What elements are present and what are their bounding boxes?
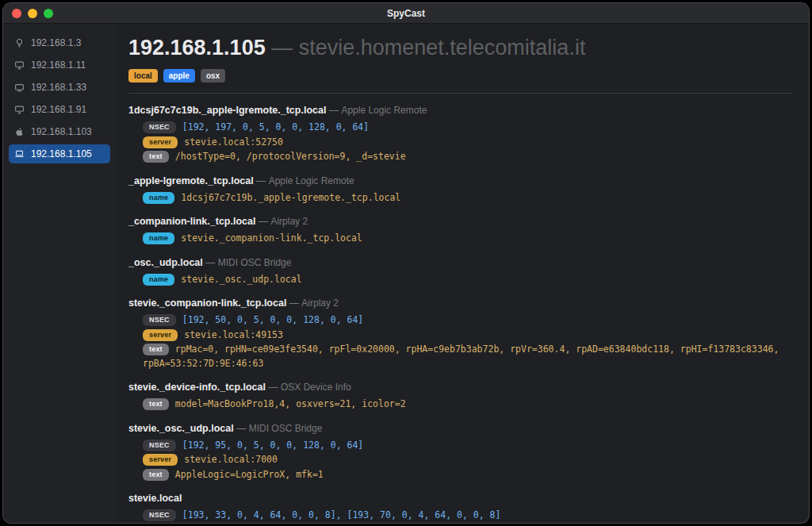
record-row: textrpMac=0, rpHN=ce09e3fe3540, rpFl=0x2… xyxy=(128,343,793,371)
service-name: stevie._device-info._tcp.local xyxy=(128,382,266,393)
record-type-badge: NSEC xyxy=(143,314,176,326)
record-value: /hostType=0, /protocolVersion=9, _d=stev… xyxy=(175,151,406,162)
lightbulb-icon xyxy=(14,38,25,48)
service-description: Airplay 2 xyxy=(270,216,308,227)
sidebar-item-label: 192.168.1.3 xyxy=(31,37,81,48)
service-heading: stevie.local xyxy=(128,492,793,505)
record-value: stevie.local:7000 xyxy=(184,454,278,465)
record-type-badge: name xyxy=(143,274,174,286)
sidebar-item-192.168.1.33[interactable]: 192.168.1.33 xyxy=(9,78,110,97)
record-row: serverstevie.local:52750 xyxy=(128,136,793,150)
record-value: [193, 33, 0, 4, 64, 0, 0, 8], [193, 70, … xyxy=(182,509,501,520)
sidebar-item-label: 192.168.1.11 xyxy=(31,60,86,71)
page-title: 192.168.1.105 — stevie.homenet.telecomit… xyxy=(128,35,793,60)
apple-icon xyxy=(14,127,25,136)
sidebar-item-192.168.1.91[interactable]: 192.168.1.91 xyxy=(9,100,110,119)
sidebar-item-label: 192.168.1.105 xyxy=(31,148,92,159)
laptop-icon xyxy=(14,149,25,159)
record-row: namestevie._companion-link._tcp.local xyxy=(128,232,793,246)
tv-icon xyxy=(14,83,25,92)
dash: — xyxy=(289,298,299,309)
sidebar-item-label: 192.168.1.33 xyxy=(31,82,86,93)
record-type-badge: text xyxy=(143,151,169,163)
tag-list: localappleosx xyxy=(128,69,793,83)
service-heading: stevie._osc._udp.local — MIDI OSC Bridge xyxy=(128,422,793,436)
service-heading: stevie._companion-link._tcp.local — Airp… xyxy=(128,297,793,310)
service-section: 1dcsj67c7c19b._apple-lgremote._tcp.local… xyxy=(128,104,793,164)
record-type-badge: text xyxy=(143,344,169,355)
record-type-badge: text xyxy=(143,398,169,410)
service-name: _osc._udp.local xyxy=(128,257,203,268)
service-heading: 1dcsj67c7c19b._apple-lgremote._tcp.local… xyxy=(128,104,793,117)
record-type-badge: name xyxy=(143,192,174,204)
dash: — xyxy=(268,382,278,393)
host-name: stevie.homenet.telecomitalia.it xyxy=(299,36,586,60)
minimize-button[interactable] xyxy=(28,9,37,18)
sidebar: 192.168.1.3192.168.1.11192.168.1.33192.1… xyxy=(3,24,116,523)
tag-osx: osx xyxy=(201,69,225,83)
service-description: Apple Logic Remote xyxy=(341,105,427,116)
record-value: 1dcsj67c7c19b._apple-lgremote._tcp.local xyxy=(181,192,400,203)
sidebar-item-192.168.1.3[interactable]: 192.168.1.3 xyxy=(9,33,110,52)
service-section: stevie._companion-link._tcp.local — Airp… xyxy=(128,297,793,371)
window-title: SpyCast xyxy=(3,8,809,19)
service-heading: _osc._udp.local — MIDI OSC Bridge xyxy=(128,256,793,270)
record-type-badge: NSEC xyxy=(143,509,176,521)
service-list: 1dcsj67c7c19b._apple-lgremote._tcp.local… xyxy=(128,104,793,523)
record-value: stevie.local:49153 xyxy=(184,329,283,340)
main-panel[interactable]: 192.168.1.105 — stevie.homenet.telecomit… xyxy=(116,24,809,523)
service-description: OSX Device Info xyxy=(281,382,351,393)
service-section: stevie.localNSEC[193, 33, 0, 4, 64, 0, 0… xyxy=(128,492,793,523)
service-description: Airplay 2 xyxy=(301,298,339,309)
service-section: _companion-link._tcp.local — Airplay 2na… xyxy=(128,215,793,246)
sidebar-item-label: 192.168.1.91 xyxy=(31,104,86,115)
record-type-badge: server xyxy=(143,454,178,466)
service-description: MIDI OSC Bridge xyxy=(218,257,292,268)
dash: — xyxy=(259,216,268,227)
divider xyxy=(128,93,793,94)
host-ip: 192.168.1.105 xyxy=(128,36,266,60)
service-name: 1dcsj67c7c19b._apple-lgremote._tcp.local xyxy=(128,105,326,116)
sidebar-item-192.168.1.11[interactable]: 192.168.1.11 xyxy=(9,56,110,75)
window-body: 192.168.1.3192.168.1.11192.168.1.33192.1… xyxy=(3,24,809,523)
record-type-badge: server xyxy=(143,136,178,148)
record-type-badge: name xyxy=(143,232,174,244)
service-name: stevie.local xyxy=(128,493,182,504)
dash: — xyxy=(236,423,246,434)
record-type-badge: text xyxy=(143,469,169,481)
tag-local: local xyxy=(128,69,158,83)
sidebar-item-192.168.1.103[interactable]: 192.168.1.103 xyxy=(9,122,110,141)
record-type-badge: server xyxy=(143,329,178,341)
window-controls xyxy=(3,9,53,18)
record-row: textAppleLogic=LogicProX, mfk=1 xyxy=(128,468,793,482)
record-row: NSEC[193, 33, 0, 4, 64, 0, 0, 8], [193, … xyxy=(128,509,793,523)
record-row: serverstevie.local:49153 xyxy=(128,328,793,343)
record-row: NSEC[192, 95, 0, 5, 0, 0, 128, 0, 64] xyxy=(128,439,793,453)
service-heading: stevie._device-info._tcp.local — OSX Dev… xyxy=(128,381,793,394)
service-section: stevie._osc._udp.local — MIDI OSC Bridge… xyxy=(128,422,793,482)
record-row: serverstevie.local:7000 xyxy=(128,453,793,467)
record-value: model=MacBookPro18,4, osxvers=21, icolor… xyxy=(175,398,406,409)
record-row: NSEC[192, 50, 0, 5, 0, 0, 128, 0, 64] xyxy=(128,313,793,328)
close-button[interactable] xyxy=(12,9,21,18)
zoom-button[interactable] xyxy=(44,9,53,18)
record-value: stevie.local:52750 xyxy=(184,136,283,148)
sidebar-item-label: 192.168.1.103 xyxy=(31,126,92,137)
service-section: stevie._device-info._tcp.local — OSX Dev… xyxy=(128,381,793,412)
service-section: _apple-lgremote._tcp.local — Apple Logic… xyxy=(128,175,793,205)
dash: — xyxy=(329,105,339,116)
service-name: stevie._companion-link._tcp.local xyxy=(128,298,286,309)
service-heading: _companion-link._tcp.local — Airplay 2 xyxy=(128,215,793,228)
record-value: stevie._companion-link._tcp.local xyxy=(181,232,362,244)
record-row: namestevie._osc._udp.local xyxy=(128,273,793,287)
record-value: [192, 50, 0, 5, 0, 0, 128, 0, 64] xyxy=(182,314,363,325)
dash: — xyxy=(256,175,266,186)
service-section: _osc._udp.local — MIDI OSC Bridgenameste… xyxy=(128,256,793,287)
record-value: [192, 197, 0, 5, 0, 0, 128, 0, 64] xyxy=(182,121,369,132)
record-value: AppleLogic=LogicProX, mfk=1 xyxy=(175,469,324,480)
sidebar-item-192.168.1.105[interactable]: 192.168.1.105 xyxy=(9,144,110,163)
tag-apple: apple xyxy=(163,69,195,83)
record-row: textmodel=MacBookPro18,4, osxvers=21, ic… xyxy=(128,397,793,412)
record-row: NSEC[192, 197, 0, 5, 0, 0, 128, 0, 64] xyxy=(128,121,793,135)
service-description: MIDI OSC Bridge xyxy=(249,423,323,434)
